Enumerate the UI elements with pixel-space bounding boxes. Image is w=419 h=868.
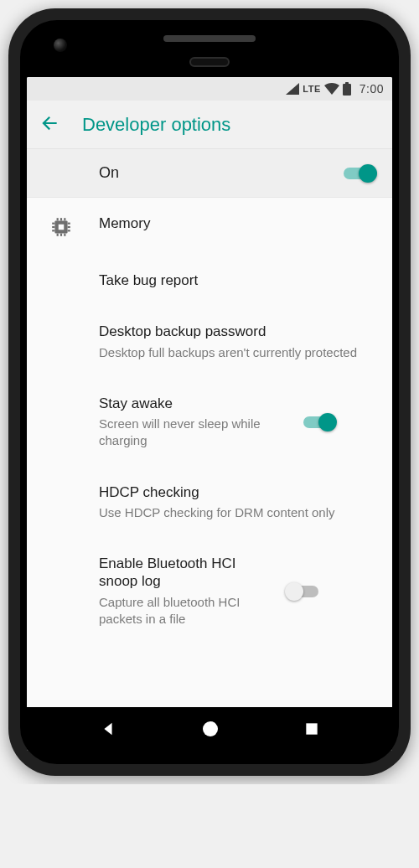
- clock: 7:00: [360, 82, 384, 96]
- list-item-bluetooth-hci-snoop-log[interactable]: Enable Bluetooth HCI snoop log Capture a…: [27, 538, 392, 644]
- list-item-title: Desktop backup password: [99, 323, 369, 340]
- nav-back-icon: [99, 720, 117, 738]
- list-item-take-bug-report[interactable]: Take bug report: [27, 255, 392, 306]
- nav-home-button[interactable]: [200, 719, 220, 739]
- svg-rect-17: [307, 723, 318, 734]
- battery-icon: [343, 82, 351, 96]
- list-item-subtitle: Use HDCP checking for DRM content only: [99, 504, 369, 521]
- nav-recents-button[interactable]: [303, 721, 320, 737]
- list-item-title: Memory: [99, 214, 369, 232]
- app-bar: Developer options: [27, 101, 392, 149]
- list-item-desktop-backup-password[interactable]: Desktop backup password Desktop full bac…: [27, 306, 392, 378]
- bluetooth-hci-snoop-toggle[interactable]: [287, 583, 318, 600]
- list-item-subtitle: Capture all bluetooth HCI packets in a f…: [99, 594, 268, 628]
- svg-point-16: [203, 721, 218, 736]
- earpiece: [189, 57, 230, 67]
- memory-chip-icon: [50, 216, 72, 238]
- back-button[interactable]: [39, 112, 60, 137]
- nav-back-button[interactable]: [99, 720, 117, 738]
- developer-options-toggle[interactable]: [344, 165, 375, 182]
- list-item-title: Stay awake: [99, 395, 285, 412]
- settings-list[interactable]: On: [27, 149, 392, 707]
- developer-options-master-toggle-row: On: [27, 149, 392, 198]
- list-item-subtitle: Desktop full backups aren't currently pr…: [99, 344, 369, 361]
- list-item-title: Enable Bluetooth HCI snoop log: [99, 555, 268, 591]
- status-bar: LTE 7:00: [27, 77, 392, 101]
- speaker-grille: [163, 35, 256, 42]
- cellular-signal-icon: [286, 83, 299, 95]
- screen: LTE 7:00 Developer options On: [27, 77, 392, 751]
- back-arrow-icon: [39, 112, 60, 134]
- stay-awake-toggle[interactable]: [303, 414, 335, 431]
- nav-home-icon: [200, 719, 220, 739]
- svg-rect-1: [345, 82, 349, 85]
- navigation-bar: [27, 707, 392, 751]
- phone-bezel: LTE 7:00 Developer options On: [20, 20, 399, 764]
- list-item-subtitle: Screen will never sleep while charging: [99, 416, 285, 450]
- svg-rect-3: [59, 225, 65, 230]
- page-title: Developer options: [82, 114, 230, 136]
- list-item-title: HDCP checking: [99, 483, 369, 501]
- list-item-memory[interactable]: Memory: [27, 198, 392, 255]
- list-item-title: Take bug report: [99, 271, 369, 289]
- master-toggle-label: On: [99, 164, 119, 182]
- list-item-stay-awake[interactable]: Stay awake Screen will never sleep while…: [27, 378, 392, 467]
- network-type-label: LTE: [303, 84, 320, 94]
- list-item-hdcp-checking[interactable]: HDCP checking Use HDCP checking for DRM …: [27, 467, 392, 539]
- svg-rect-0: [343, 84, 351, 96]
- wifi-icon: [324, 83, 339, 95]
- front-camera: [54, 39, 67, 52]
- phone-frame: LTE 7:00 Developer options On: [8, 8, 411, 776]
- nav-recents-icon: [303, 721, 320, 737]
